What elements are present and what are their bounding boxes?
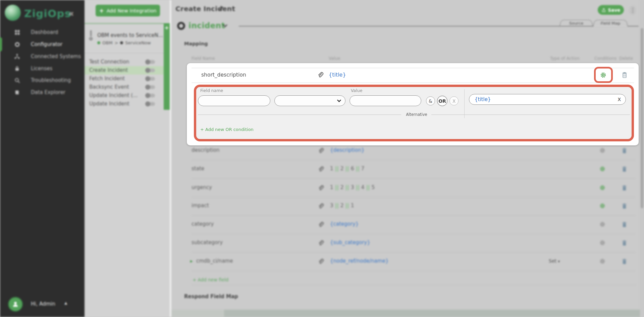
condition-operator-select[interactable] (274, 95, 345, 106)
mapping-rows: description{description}state1 || 2 || 6… (0, 0, 644, 317)
link-icon (318, 185, 324, 191)
caret-down-icon: ▾ (558, 259, 560, 264)
field-value[interactable]: 3 || 2 || 1 (330, 202, 354, 209)
row-divider (192, 252, 636, 253)
conditions-gear-icon[interactable] (599, 203, 605, 209)
value-token: {sub_category} (330, 239, 370, 245)
field-value[interactable]: {category} (330, 221, 359, 227)
divider (192, 83, 634, 83)
field-value[interactable]: {description} (330, 147, 365, 153)
delete-trash-icon[interactable] (622, 147, 627, 154)
field-name: state (192, 166, 204, 172)
row-divider (192, 234, 636, 234)
field-value[interactable]: 1 || 2 || 6 || 7 (330, 166, 364, 172)
delete-trash-icon[interactable] (622, 203, 627, 209)
divider (198, 115, 401, 115)
conditions-gear-icon[interactable] (599, 166, 605, 172)
value-number: 1 (351, 202, 354, 209)
delete-trash-icon[interactable] (622, 185, 627, 191)
value-separator: || (364, 184, 371, 190)
value-number: 7 (361, 166, 365, 172)
link-icon (317, 72, 324, 78)
value-number: 2 (340, 166, 344, 172)
type-of-action-select[interactable]: Set ▾ (549, 258, 560, 264)
value-token: {node_ref/node/name} (330, 258, 388, 264)
value-number: 2 (340, 202, 344, 209)
expanded-field-value[interactable]: {title} (329, 72, 346, 78)
value-token: {description} (330, 147, 365, 153)
link-icon (318, 221, 324, 228)
link-icon (318, 203, 324, 209)
row-divider (192, 271, 636, 271)
conditions-gear-icon[interactable] (599, 258, 605, 264)
or-condition-button[interactable]: OR (437, 96, 447, 106)
expanded-field-name: short_description (201, 72, 246, 78)
value-separator: || (344, 202, 351, 209)
value-separator: || (354, 184, 361, 190)
bottom-band (224, 310, 644, 317)
value-separator: || (344, 184, 351, 190)
tab-field-map-label: Field Map (600, 21, 621, 26)
value-number: 1 (330, 184, 333, 190)
row-divider (192, 197, 636, 197)
conditions-gear-icon[interactable] (599, 185, 605, 191)
alternative-label: Alternative (404, 112, 429, 117)
condition-value-input[interactable] (350, 95, 421, 106)
conditions-gear-icon[interactable] (599, 147, 605, 153)
field-value[interactable]: {node_ref/node/name} (330, 258, 388, 264)
expand-arrow-icon[interactable]: ▶ (190, 259, 193, 263)
delete-trash-icon[interactable] (622, 240, 627, 246)
field-value[interactable]: 1 || 2 || 3 || 4 || 5 (330, 184, 375, 190)
delete-trash-icon[interactable] (622, 72, 628, 78)
value-separator: || (333, 166, 340, 172)
add-or-condition-link[interactable]: + Add new OR condition (200, 127, 254, 132)
and-condition-button[interactable]: & (426, 96, 435, 105)
zigiops-app: ZigiOps « DashboardConfiguratorConnected… (0, 0, 644, 317)
tab-bar-line (239, 26, 593, 27)
value-label: Value (351, 88, 362, 93)
respond-field-map-title: Respond Field Map (184, 293, 238, 300)
value-separator: || (344, 166, 351, 172)
row-divider (192, 215, 636, 216)
value-number: 4 (361, 184, 365, 190)
condition-result-field[interactable]: {title} X (469, 94, 626, 105)
divider (192, 285, 637, 285)
add-new-field-link[interactable]: + Add new field (193, 277, 228, 282)
clear-value-icon[interactable]: X (618, 97, 621, 102)
delete-trash-icon[interactable] (622, 166, 627, 172)
tab-source-label: Source (569, 21, 584, 26)
field-name: impact (192, 202, 209, 209)
field-name: category (192, 221, 214, 227)
field-name: description (192, 147, 219, 153)
remove-condition-button[interactable]: X (449, 96, 459, 105)
delete-trash-icon[interactable] (622, 258, 627, 265)
chevron-down-icon (337, 99, 341, 102)
value-separator: || (354, 166, 361, 172)
field-name: cmdb_ci/name (196, 258, 233, 264)
tab-field-map[interactable]: Field Map (593, 20, 628, 27)
conditions-gear-icon[interactable] (600, 72, 606, 78)
value-separator: || (333, 202, 340, 209)
condition-field-name-input[interactable] (198, 95, 270, 106)
link-icon (318, 258, 324, 265)
link-icon (318, 166, 324, 172)
divider (464, 89, 465, 118)
value-number: 1 (330, 166, 333, 172)
delete-trash-icon[interactable] (622, 221, 627, 228)
link-icon (318, 147, 324, 154)
scrollbar-thumb[interactable] (641, 28, 643, 208)
conditions-gear-icon[interactable] (599, 240, 605, 246)
blurred-background-layer: ZigiOps « DashboardConfiguratorConnected… (0, 0, 644, 317)
field-name: subcategory (192, 239, 223, 245)
value-number: 3 (330, 202, 333, 209)
divider (192, 68, 634, 68)
condition-result-value: {title} (475, 96, 618, 102)
field-value[interactable]: {sub_category} (330, 239, 370, 245)
value-separator: || (333, 184, 340, 190)
row-divider (192, 160, 636, 160)
tab-bar-line (628, 26, 639, 27)
conditions-gear-icon[interactable] (599, 221, 605, 227)
field-name-label: Field name (200, 88, 223, 93)
divider (431, 115, 630, 115)
bottom-band (171, 310, 224, 317)
